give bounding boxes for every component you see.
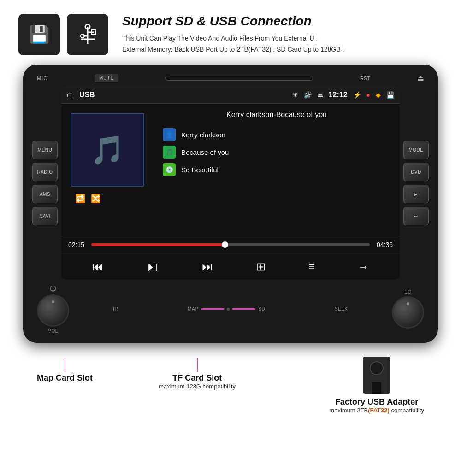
top-title: Support SD & USB Connection: [122, 14, 443, 29]
progress-section: 02:15 04:36: [61, 236, 400, 253]
grid-view-button[interactable]: ⊞: [256, 260, 266, 273]
progress-fill: [91, 243, 225, 246]
progress-thumb: [222, 241, 228, 248]
map-label: MAP: [188, 306, 198, 311]
screen-container: ⌂ USB ☀ 🔊 ⏏ 12:12 ⚡ ● ◆ 💾: [61, 86, 400, 280]
right-buttons: MODE DVD ▶| ↩: [403, 86, 429, 280]
screen-topbar: ⌂ USB ☀ 🔊 ⏏ 12:12 ⚡ ● ◆ 💾: [61, 86, 400, 104]
mute-button[interactable]: MUTE: [95, 74, 118, 82]
left-buttons: MENU RADIO AMS NAVI: [32, 86, 58, 280]
arrow-button[interactable]: →: [358, 260, 369, 273]
record-icon: ●: [366, 91, 370, 99]
usb-icon-box: [67, 14, 108, 55]
stereo-bottom: ⏻ VOL IR MAP SD SEEK EQ: [32, 284, 429, 334]
tf-card-arrow: [197, 358, 198, 372]
map-card-slot-label: Map Card Slot: [37, 373, 93, 383]
vol-label: VOL: [48, 329, 58, 334]
eq-knob[interactable]: [392, 296, 424, 329]
track-item-artist[interactable]: 👤 Kerry clarkson: [163, 128, 390, 141]
diamond-icon: ◆: [376, 91, 381, 99]
fat32-label: (FAT32): [368, 407, 390, 414]
time-total: 04:36: [374, 241, 393, 248]
tf-card-slot-label: TF Card Slot: [172, 373, 222, 383]
usb-adapter-info: Factory USB Adapter maximum 2TB(FAT32) c…: [329, 357, 424, 414]
dvd-button[interactable]: DVD: [403, 163, 429, 181]
shuffle-controls: 🔁 🔀: [71, 194, 144, 204]
eject-button[interactable]: ⏏: [417, 74, 424, 82]
music-note-icon: 🎵: [90, 134, 125, 166]
artist-icon: 👤: [163, 128, 176, 141]
bottom-info: Map Card Slot TF Card Slot maximum 128G …: [0, 347, 461, 418]
sd-label: SD: [258, 306, 265, 311]
prev-button[interactable]: ⏮: [92, 260, 103, 273]
vol-knob[interactable]: [37, 294, 69, 327]
next-button[interactable]: ⏭: [202, 260, 213, 273]
next-track-button[interactable]: ▶|: [403, 185, 429, 203]
top-desc-line1: This Unit Can Play The Video And Audio F…: [122, 35, 318, 42]
album-art: 🎵: [71, 113, 144, 187]
cd-slot: [165, 76, 313, 81]
tf-card-slot-info: TF Card Slot maximum 128G compatibility: [159, 357, 236, 414]
top-text-area: Support SD & USB Connection This Unit Ca…: [122, 14, 443, 55]
artist-name: Kerry clarkson: [181, 131, 225, 139]
save-icon: 💾: [386, 91, 394, 99]
bluetooth-icon: ⚡: [353, 91, 361, 99]
map-card-slot-info: Map Card Slot: [37, 357, 93, 414]
radio-button[interactable]: RADIO: [32, 163, 58, 181]
ir-label: IR: [113, 306, 118, 311]
screen-content: 🎵 🔁 🔀 Kerry clarkson-Because of you: [61, 104, 400, 236]
led-dot-1: [227, 308, 230, 311]
top-desc: This Unit Can Play The Video And Audio F…: [122, 33, 443, 55]
eject-icon: ⏏: [317, 91, 323, 99]
bottom-labels: IR MAP SD SEEK: [69, 306, 392, 311]
usb-adapter-sub: maximum 2TB(FAT32) compatibility: [329, 407, 424, 414]
back-button[interactable]: ↩: [403, 207, 429, 225]
map-slot-area: MAP SD: [188, 306, 265, 311]
mode-button[interactable]: MODE: [403, 141, 429, 159]
song-name: Because of you: [181, 148, 229, 156]
mic-label: MIC: [37, 76, 47, 81]
shuffle-icon[interactable]: 🔀: [91, 194, 101, 204]
track-main-title: Kerry clarkson-Because of you: [163, 111, 390, 119]
album-art-area: 🎵 🔁 🔀: [61, 104, 154, 236]
progress-bar-container: 02:15 04:36: [68, 241, 393, 248]
usb-adapter-image: [363, 357, 390, 394]
stereo-wrapper: MIC MUTE RST ⏏ MENU RADIO AMS NAVI ⌂: [0, 65, 461, 343]
brightness-icon: ☀: [292, 91, 298, 99]
ams-button[interactable]: AMS: [32, 185, 58, 203]
track-item-album[interactable]: 💿 So Beautiful: [163, 163, 390, 176]
playback-controls: ⏮ ⏯ ⏭ ⊞ ≡ →: [61, 253, 400, 280]
screen: ⌂ USB ☀ 🔊 ⏏ 12:12 ⚡ ● ◆ 💾: [61, 86, 400, 280]
map-card-arrow: [65, 358, 65, 372]
power-icon[interactable]: ⏻: [49, 284, 57, 293]
track-info-area: Kerry clarkson-Because of you 👤 Kerry cl…: [154, 104, 400, 236]
track-item-song[interactable]: 🎵 Because of you: [163, 146, 390, 159]
stereo-main: MENU RADIO AMS NAVI ⌂ USB ☀ 🔊 ⏏: [32, 86, 429, 280]
volume-icon: 🔊: [304, 91, 312, 99]
navi-button[interactable]: NAVI: [32, 207, 58, 225]
time-current: 02:15: [68, 241, 87, 248]
sd-card-icon-box: 💾: [18, 14, 60, 55]
home-icon[interactable]: ⌂: [67, 90, 72, 100]
time-display: 12:12: [329, 91, 348, 99]
progress-bar[interactable]: [91, 243, 370, 246]
stereo-unit: MIC MUTE RST ⏏ MENU RADIO AMS NAVI ⌂: [23, 65, 438, 343]
play-pause-button[interactable]: ⏯: [146, 259, 159, 274]
connection-icons: 💾: [18, 14, 108, 55]
note-icon: 🎵: [163, 146, 176, 159]
list-view-button[interactable]: ≡: [308, 260, 315, 273]
menu-button[interactable]: MENU: [32, 141, 58, 159]
sd-card-icon: 💾: [29, 25, 50, 44]
usb-icon: [76, 23, 99, 46]
repeat-icon[interactable]: 🔁: [75, 194, 85, 204]
album-name: So Beautiful: [181, 166, 219, 174]
rst-label: RST: [360, 76, 370, 81]
top-section: 💾 Support SD & USB Connection This Unit …: [0, 0, 461, 65]
eq-label: EQ: [404, 289, 411, 294]
tf-port-line: [232, 308, 255, 310]
map-port-line: [201, 308, 224, 310]
source-label: USB: [79, 91, 95, 99]
track-list: 👤 Kerry clarkson 🎵 Because of you 💿 So: [163, 128, 390, 176]
top-desc-line2: External Memory: Back USB Port Up to 2TB…: [122, 46, 344, 53]
stereo-top-strip: MIC MUTE RST ⏏: [32, 74, 429, 82]
